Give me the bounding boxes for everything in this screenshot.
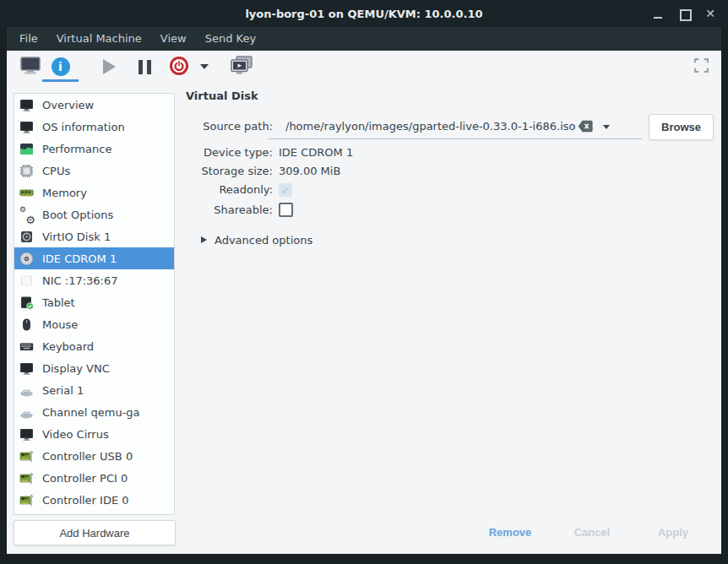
sidebar-item-label: Tablet [42,296,75,309]
menu-item-file[interactable]: File [10,27,47,51]
sidebar-item-label: Controller IDE 0 [42,494,129,507]
minimize-icon[interactable] [652,8,664,19]
add-hardware-button[interactable]: Add Hardware [14,520,176,545]
pci-card-icon [19,515,34,516]
console-monitor-icon [20,57,41,77]
sidebar-item-channel-qemu-ga[interactable]: Channel qemu-ga [14,401,174,423]
storage-size-value: 309.00 MiB [279,162,340,181]
maximize-icon[interactable] [678,8,690,19]
cdrom-disc-icon [19,252,34,266]
titlebar: lyon-borg-01 on QEMU/KVM: 10.0.0.10 ✕ [0,0,728,27]
browse-button[interactable]: Browse [649,114,714,140]
sidebar-item-label: IDE CDROM 1 [42,252,117,265]
keyboard-icon [19,339,34,354]
storage-size-row: Storage size: 309.00 MiB [7,162,721,181]
toolbar: i [7,51,721,83]
shutdown-button[interactable] [162,52,196,82]
serial-port-icon [19,405,34,420]
shutdown-menu-caret-icon [200,64,209,69]
sidebar-item-label: NIC :17:36:67 [42,274,118,287]
close-icon[interactable]: ✕ [704,8,716,19]
sidebar-item-label: Keyboard [42,340,94,353]
sidebar-item-partial-next[interactable] [14,511,174,515]
sidebar-item-keyboard[interactable]: Keyboard [14,335,174,357]
pci-card-icon [19,471,34,485]
client-area: FileVirtual MachineViewSend Key i [7,27,721,554]
sidebar-item-label: Display VNC [42,362,110,375]
source-path-row: Source path: [7,114,721,139]
sidebar-item-label: Controller USB 0 [42,450,133,463]
device-type-row: Device type: IDE CDROM 1 [7,144,721,162]
readonly-checkbox[interactable]: ✓ [279,183,292,197]
device-type-value: IDE CDROM 1 [279,144,353,162]
advanced-options-label: Advanced options [215,234,312,247]
expander-triangle-icon [201,236,207,243]
sidebar-item-label: Overview [42,99,94,111]
sidebar-item-controller-ide-0[interactable]: Controller IDE 0 [14,489,174,511]
sidebar-item-controller-usb-0[interactable]: Controller USB 0 [14,445,174,467]
cancel-button[interactable]: Cancel [557,520,627,544]
tablet-check-icon [19,296,34,310]
graphical-console-icon [231,56,253,78]
monitor-dark-icon [19,427,34,442]
nic-card-icon [19,274,34,288]
readonly-row: Readonly: ✓ [7,181,721,199]
device-type-label: Device type: [17,144,273,162]
menu-item-view[interactable]: View [151,27,196,51]
checkmark-icon: ✓ [281,185,291,196]
shutdown-icon [169,56,189,79]
window-title: lyon-borg-01 on QEMU/KVM: 10.0.0.10 [245,8,482,20]
sidebar-item-mouse[interactable]: Mouse [14,313,174,335]
sidebar-item-overview[interactable]: Overview [14,94,174,116]
menu-item-send-key[interactable]: Send Key [196,27,265,51]
sidebar-item-label: Channel qemu-ga [42,406,140,419]
pci-card-icon [19,493,34,507]
sidebar-item-label: Mouse [42,318,78,331]
shareable-row: Shareable: [7,200,721,220]
sidebar-item-serial-1[interactable]: Serial 1 [14,379,174,401]
run-button[interactable] [92,52,126,82]
graphical-console-button[interactable] [225,52,258,82]
sidebar-item-label: Serial 1 [42,384,84,397]
sidebar-item-label: Video Cirrus [42,428,109,441]
serial-port-icon [19,383,34,398]
source-path-dropdown-caret-icon[interactable] [603,125,610,129]
menubar: FileVirtual MachineViewSend Key [7,27,721,51]
pause-icon [139,60,151,74]
readonly-label: Readonly: [17,181,273,199]
clear-entry-icon[interactable] [578,120,593,133]
mouse-icon [19,317,34,332]
shutdown-menu-button[interactable] [194,52,215,82]
sidebar-item-display-vnc[interactable]: Display VNC [14,357,174,379]
vm-window: lyon-borg-01 on QEMU/KVM: 10.0.0.10 ✕ Fi… [0,0,728,564]
content: OverviewOS informationPerformanceCPUsMem… [7,83,721,554]
pause-button[interactable] [128,52,161,82]
monitor-dark-icon [19,361,34,376]
fullscreen-button[interactable] [684,52,718,82]
monitor-dark-icon [19,98,34,112]
sidebar-item-label: Controller PCI 0 [42,472,128,485]
sidebar-item-nic-17-36-67[interactable]: NIC :17:36:67 [14,269,174,291]
shareable-checkbox[interactable] [279,203,293,217]
vm-details-button[interactable]: i [42,52,79,82]
remove-button[interactable]: Remove [476,520,544,544]
advanced-options-expander[interactable]: Advanced options [7,231,721,248]
fullscreen-icon [694,58,709,75]
run-icon [103,59,116,74]
vm-details-info-icon: i [52,57,70,76]
sidebar-item-video-cirrus[interactable]: Video Cirrus [14,423,174,445]
sidebar-item-tablet[interactable]: Tablet [14,291,174,313]
apply-button[interactable]: Apply [638,520,709,544]
pci-card-icon [19,449,34,464]
storage-size-label: Storage size: [17,162,273,181]
page-title: Virtual Disk [186,89,258,102]
shareable-label: Shareable: [17,200,273,220]
sidebar-item-controller-pci-0[interactable]: Controller PCI 0 [14,467,174,489]
sidebar-item-ide-cdrom-1[interactable]: IDE CDROM 1 [14,247,174,269]
window-controls: ✕ [652,0,716,27]
active-tab-underline [42,79,79,82]
source-path-label: Source path: [17,114,273,139]
menu-item-virtual-machine[interactable]: Virtual Machine [47,27,151,51]
